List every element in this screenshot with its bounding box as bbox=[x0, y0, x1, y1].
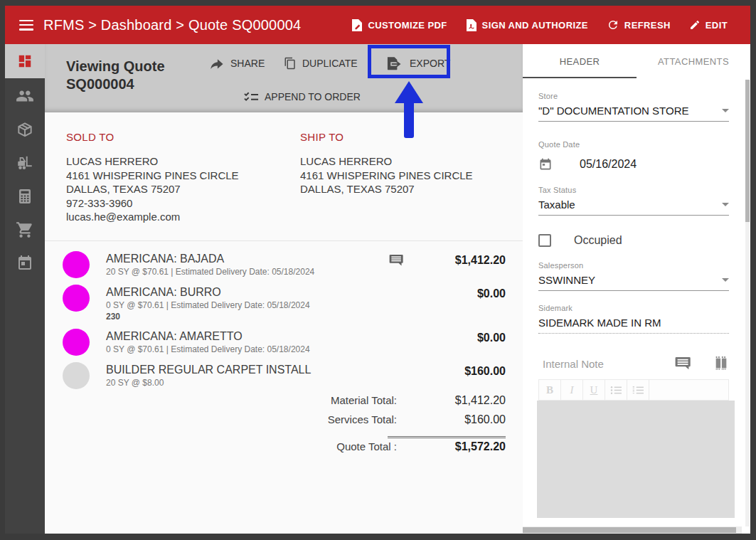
line-items: AMERICANA: BAJADA 20 SY @ $70.61 | Estim… bbox=[45, 241, 523, 389]
quote-date-value: 05/16/2024 bbox=[580, 158, 637, 171]
refresh-icon bbox=[607, 18, 619, 31]
sidebar-item-delivery[interactable] bbox=[5, 154, 45, 171]
line-item-note: 230 bbox=[106, 312, 310, 322]
product-swatch bbox=[63, 285, 90, 312]
underline-button[interactable]: U bbox=[582, 379, 605, 401]
quote-date-field[interactable]: 05/16/2024 bbox=[538, 156, 729, 173]
bold-button[interactable]: B bbox=[538, 379, 560, 401]
line-item-price: $0.00 bbox=[427, 327, 506, 344]
sold-to-block: SOLD TO LUCAS HERRERO 4161 WHISPERING PI… bbox=[66, 131, 300, 224]
comment-icon[interactable] bbox=[389, 254, 403, 267]
sidebar-item-customers[interactable] bbox=[5, 88, 45, 105]
occupied-checkbox-row[interactable]: Occupied bbox=[538, 234, 729, 247]
product-swatch bbox=[63, 329, 90, 356]
internal-note-header: Internal Note bbox=[538, 355, 729, 372]
occupied-label: Occupied bbox=[574, 234, 622, 247]
rich-text-editor: B I U bbox=[538, 379, 729, 518]
left-sidebar bbox=[5, 44, 45, 534]
quote-date-label: Quote Date bbox=[538, 140, 729, 149]
product-swatch bbox=[63, 251, 90, 278]
people-icon bbox=[16, 87, 34, 105]
salesperson-select[interactable]: SSWINNEY bbox=[538, 274, 729, 291]
occupied-checkbox[interactable] bbox=[538, 234, 551, 247]
internal-note-label: Internal Note bbox=[543, 358, 604, 370]
date-picker-icon[interactable] bbox=[538, 157, 553, 171]
line-item-price: $0.00 bbox=[427, 283, 506, 300]
forklift-icon bbox=[16, 154, 34, 172]
box-icon bbox=[16, 120, 34, 139]
refresh-button[interactable]: REFRESH bbox=[607, 18, 671, 31]
calendar-icon bbox=[16, 255, 33, 272]
line-item-row[interactable]: BUILDER REGULAR CARPET INSTALL 20 SY @ $… bbox=[63, 361, 506, 389]
store-label: Store bbox=[538, 92, 729, 100]
breadcrumb[interactable]: RFMS > Dashboard > Quote SQ000004 bbox=[43, 17, 301, 33]
page-title: Viewing Quote SQ000004 bbox=[66, 58, 165, 93]
append-to-order-button[interactable]: APPEND TO ORDER bbox=[244, 87, 361, 107]
address-section: SOLD TO LUCAS HERRERO 4161 WHISPERING PI… bbox=[45, 112, 523, 224]
share-icon bbox=[209, 57, 225, 70]
panel-horizontal-scrollbar[interactable] bbox=[523, 526, 742, 534]
tab-attachments[interactable]: ATTACHMENTS bbox=[637, 44, 750, 78]
highlight-arrow-annotation bbox=[395, 81, 423, 103]
bullet-list-button[interactable] bbox=[605, 379, 627, 401]
line-item-row[interactable]: AMERICANA: BAJADA 20 SY @ $70.61 | Estim… bbox=[63, 250, 506, 278]
hamburger-menu-icon[interactable] bbox=[19, 20, 33, 31]
quote-content: SOLD TO LUCAS HERRERO 4161 WHISPERING PI… bbox=[45, 112, 523, 534]
note-comment-icon[interactable] bbox=[675, 356, 691, 371]
shopping-cart-icon bbox=[16, 221, 34, 239]
sold-to-heading: SOLD TO bbox=[66, 131, 300, 143]
material-total-row: Material Total: $1,412.20 bbox=[45, 394, 506, 413]
horizontal-scrollbar-thumb[interactable] bbox=[523, 527, 736, 533]
export-button[interactable]: EXPORT bbox=[386, 53, 450, 73]
highlight-arrow-stem bbox=[404, 101, 414, 138]
sidebar-item-schedule[interactable] bbox=[5, 255, 45, 272]
ship-to-block: SHIP TO LUCAS HERRERO 4161 WHISPERING PI… bbox=[300, 131, 523, 224]
customize-pdf-button[interactable]: CUSTOMIZE PDF bbox=[351, 18, 447, 32]
chevron-down-icon bbox=[722, 109, 729, 112]
sidebar-item-orders[interactable] bbox=[5, 221, 45, 238]
totals-double-rule bbox=[388, 436, 506, 438]
app-window: RFMS > Dashboard > Quote SQ000004 CUSTOM… bbox=[5, 6, 750, 534]
copy-icon bbox=[284, 56, 297, 70]
italic-button[interactable]: I bbox=[560, 379, 582, 401]
pdf-edit-icon bbox=[351, 18, 363, 32]
tax-status-select[interactable]: Taxable bbox=[538, 198, 729, 216]
line-item-price: $1,412.20 bbox=[427, 250, 506, 267]
panel-vertical-scrollbar[interactable] bbox=[745, 80, 750, 526]
sidebar-item-products[interactable] bbox=[5, 121, 45, 138]
export-icon bbox=[386, 56, 404, 70]
top-app-bar: RFMS > Dashboard > Quote SQ000004 CUSTOM… bbox=[5, 6, 750, 44]
editor-toolbar: B I U bbox=[538, 379, 729, 401]
header-panel: HEADER ATTACHMENTS Store "D" DOCUMENTATI… bbox=[523, 44, 750, 534]
calculator-icon bbox=[16, 188, 33, 205]
duplicate-button[interactable]: DUPLICATE bbox=[284, 53, 358, 73]
panel-tabs: HEADER ATTACHMENTS bbox=[523, 44, 750, 78]
tab-header[interactable]: HEADER bbox=[523, 44, 637, 78]
pencil-icon bbox=[689, 19, 701, 31]
share-button[interactable]: SHARE bbox=[209, 53, 265, 73]
quote-view: Viewing Quote SQ000004 SHARE DUPLICATE bbox=[45, 44, 523, 534]
numbered-list-button[interactable] bbox=[627, 379, 649, 401]
sign-and-authorize-button[interactable]: SIGN AND AUTHORIZE bbox=[466, 18, 588, 32]
services-total-row: Services Total: $160.00 bbox=[45, 413, 506, 433]
topbar-actions: CUSTOMIZE PDF SIGN AND AUTHORIZE REFRESH… bbox=[351, 18, 750, 32]
line-item-price: $160.00 bbox=[427, 361, 506, 378]
sidebar-item-dashboard[interactable] bbox=[5, 44, 45, 78]
line-item-row[interactable]: AMERICANA: BURRO 0 SY @ $70.61 | Estimat… bbox=[63, 283, 506, 322]
pdf-sign-icon bbox=[466, 18, 477, 32]
internal-note-textarea[interactable] bbox=[537, 401, 735, 518]
sidemark-input[interactable]: SIDEMARK MADE IN RM bbox=[538, 317, 729, 334]
chevron-down-icon bbox=[722, 278, 729, 282]
quote-total-row: Quote Total : $1,572.20 bbox=[45, 440, 506, 460]
vertical-scrollbar-thumb[interactable] bbox=[745, 80, 750, 222]
store-select[interactable]: "D" DOCUMENTATION STORE bbox=[538, 105, 729, 122]
tax-status-label: Tax Status bbox=[538, 186, 729, 194]
sidemark-label: Sidemark bbox=[538, 304, 729, 312]
line-item-row[interactable]: AMERICANA: AMARETTO 0 SY @ $70.61 | Esti… bbox=[63, 327, 506, 356]
edit-button[interactable]: EDIT bbox=[689, 19, 728, 31]
salesperson-label: Salesperson bbox=[538, 261, 729, 270]
blinds-icon[interactable] bbox=[713, 355, 729, 372]
dashboard-icon bbox=[17, 53, 33, 69]
sidebar-item-estimates[interactable] bbox=[5, 188, 45, 205]
quote-toolbar: Viewing Quote SQ000004 SHARE DUPLICATE bbox=[45, 44, 523, 112]
